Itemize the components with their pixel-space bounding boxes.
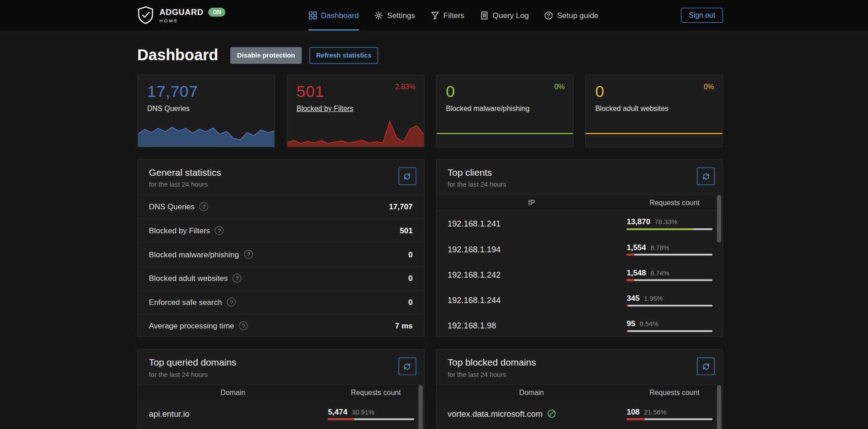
nav-label-setup-guide: Setup guide — [557, 11, 598, 20]
stats-row-label: Average processing time — [149, 321, 234, 330]
stats-row-label: Blocked by Filters — [149, 226, 210, 235]
blocked-adult-label: Blocked adult websites — [595, 104, 713, 112]
help-icon[interactable]: ? — [215, 226, 224, 235]
sign-out-button[interactable]: Sign out — [681, 8, 723, 23]
general-statistics-panel: General statistics for the last 24 hours… — [137, 159, 424, 337]
help-icon[interactable]: ? — [227, 298, 236, 307]
app-root: ADGUARD ON HOME Dashboard — [0, 0, 868, 429]
general-statistics-subtitle: for the last 24 hours — [149, 181, 413, 188]
client-progress-track — [627, 330, 713, 332]
stats-row: Blocked malware/phishing ? 0 — [138, 242, 424, 266]
top-clients-panel: Top clients for the last 24 hours IP Req… — [436, 159, 723, 337]
nav-item-settings[interactable]: Settings — [374, 0, 415, 30]
refresh-icon — [701, 172, 710, 180]
dns-queries-sparkline — [138, 120, 275, 147]
refresh-icon — [403, 362, 411, 370]
top-queried-domains-title: Top queried domains — [149, 357, 413, 368]
blocked-malware-label: Blocked malware/phishing — [446, 104, 563, 112]
blocked-filters-sparkline — [287, 116, 424, 147]
scrollbar-thumb[interactable] — [418, 385, 423, 429]
nav-item-setup-guide[interactable]: Setup guide — [544, 0, 599, 30]
nav-label-query-log: Query Log — [493, 11, 529, 20]
brand-text: ADGUARD ON HOME — [159, 8, 225, 23]
refresh-top-queried-domains-button[interactable] — [398, 357, 416, 375]
column-header-domain: Domain — [138, 388, 328, 396]
shield-logo-icon — [137, 6, 154, 24]
filters-funnel-icon — [430, 11, 439, 20]
stats-row-value: 0 — [408, 250, 413, 259]
client-progress-fill — [627, 254, 634, 255]
client-progress-fill — [627, 304, 629, 306]
main-content: Dashboard Disable protection Refresh sta… — [137, 46, 723, 429]
client-count: 1,548 — [627, 268, 646, 277]
blocked-filters-link[interactable]: Blocked by Filters — [296, 104, 353, 112]
client-row: 192.168.1.98 95 0.54% — [437, 313, 723, 337]
top-queried-domains-panel: Top queried domains for the last 24 hour… — [137, 349, 424, 429]
bottom-panels-row: Top queried domains for the last 24 hour… — [137, 349, 723, 429]
help-icon[interactable]: ? — [200, 202, 209, 211]
top-blocked-domains-subtitle: for the last 24 hours — [448, 371, 711, 378]
stats-row-label: DNS Queries — [149, 202, 195, 211]
scrollbar-thumb[interactable] — [717, 385, 721, 429]
top-clients-table-header: IP Requests count — [437, 194, 723, 210]
domain-progress-fill — [328, 418, 355, 420]
client-progress-track — [627, 254, 713, 255]
general-statistics-rows: DNS Queries ? 17,707 Blocked by Filters … — [138, 194, 424, 337]
page-title: Dashboard — [137, 46, 218, 65]
dns-queries-label: DNS Queries — [147, 104, 265, 112]
top-navigation-bar: ADGUARD ON HOME Dashboard — [0, 0, 868, 30]
nav-label-query-log: Filters — [444, 11, 465, 20]
refresh-statistics-button[interactable]: Refresh statistics — [310, 47, 378, 64]
stats-row-label: Blocked adult websites — [149, 274, 228, 283]
client-progress-fill — [627, 228, 694, 230]
adguard-home-logo[interactable]: ADGUARD ON HOME — [137, 0, 225, 30]
general-statistics-title: General statistics — [149, 167, 413, 178]
nav-item-dashboard[interactable]: Dashboard — [308, 0, 359, 30]
protection-status-badge: ON — [209, 8, 226, 17]
client-percent: 8.78% — [650, 244, 669, 251]
disable-protection-button[interactable]: Disable protection — [230, 47, 301, 64]
client-progress-fill — [627, 330, 628, 332]
refresh-top-clients-button[interactable] — [697, 167, 715, 185]
help-icon[interactable]: ? — [239, 321, 248, 330]
stats-row-label: Blocked malware/phishing — [149, 250, 239, 259]
nav-label-settings: Settings — [387, 11, 415, 20]
refresh-general-statistics-button[interactable] — [398, 167, 416, 185]
top-clients-rows: 192.168.1.241 13,870 78.33% 192.168.1.19… — [437, 211, 723, 337]
scrollbar-thumb[interactable] — [717, 195, 721, 243]
client-count: 345 — [627, 294, 640, 303]
block-toggle-icon[interactable] — [547, 409, 557, 418]
domain-progress-track — [627, 418, 713, 420]
blocked-adult-flatline — [586, 133, 722, 134]
top-blocked-domains-table-header: Domain Requests count — [437, 385, 723, 400]
column-header-domain: Domain — [437, 388, 627, 396]
refresh-icon — [701, 362, 710, 370]
stat-card-blocked-malware: 0% 0 Blocked malware/phishing — [436, 75, 573, 147]
nav-item-filters[interactable]: Filters — [430, 0, 464, 30]
client-ip: 192.168.1.244 — [437, 295, 627, 304]
nav-item-query-log[interactable]: Query Log — [480, 0, 529, 30]
top-queried-domains-subtitle: for the last 24 hours — [149, 371, 413, 378]
settings-gear-icon — [374, 11, 383, 20]
stats-row-value: 0 — [408, 274, 413, 283]
client-percent: 8.74% — [650, 269, 669, 277]
client-progress-track — [627, 228, 713, 230]
refresh-top-blocked-domains-button[interactable] — [697, 357, 715, 375]
help-icon[interactable]: ? — [233, 274, 242, 283]
client-progress-track — [627, 304, 713, 306]
stat-card-blocked-by-filters: 2.83% 501 Blocked by Filters — [286, 75, 424, 147]
client-row: 192.168.1.194 1,554 8.78% — [437, 236, 723, 261]
stat-card-blocked-adult: 0% 0 Blocked adult websites — [585, 75, 723, 147]
help-icon[interactable]: ? — [244, 250, 253, 259]
client-count: 13,870 — [627, 217, 650, 226]
top-clients-subtitle: for the last 24 hours — [448, 181, 711, 188]
client-progress-fill — [627, 279, 634, 281]
stats-row-value: 501 — [400, 226, 413, 235]
client-count: 95 — [627, 319, 635, 328]
stat-card-dns-queries: 17,707 DNS Queries — [137, 75, 275, 147]
client-count: 1,554 — [627, 242, 646, 251]
client-row: 192.168.1.241 13,870 78.33% — [437, 211, 723, 236]
client-progress-track — [627, 279, 713, 281]
client-percent: 0.54% — [639, 320, 658, 328]
blocked-malware-percent: 0% — [554, 82, 565, 91]
